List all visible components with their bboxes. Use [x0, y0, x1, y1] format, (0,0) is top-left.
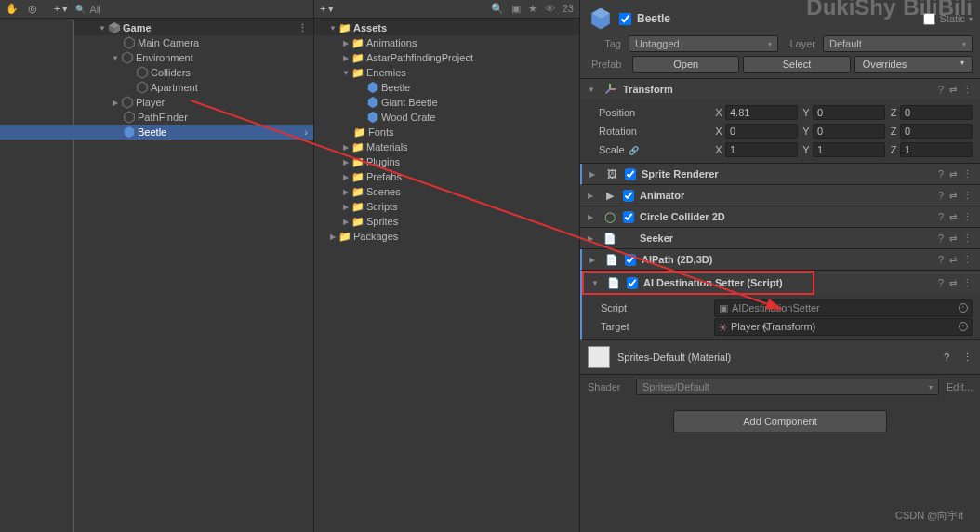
component-menu-icon[interactable]: ⋮: [962, 233, 973, 245]
assets-folder[interactable]: ▼ 📁 Assets: [314, 20, 579, 35]
help-icon[interactable]: ?: [938, 168, 944, 180]
component-enable-checkbox[interactable]: [625, 168, 636, 180]
project-create-button[interactable]: + ▾: [320, 3, 334, 15]
material-section[interactable]: Sprites-Default (Material) ? ⋮: [580, 340, 980, 375]
search-icon[interactable]: 🔍: [491, 3, 504, 15]
object-picker-icon[interactable]: [959, 303, 968, 313]
component-enable-checkbox[interactable]: [625, 254, 636, 266]
hierarchy-item-environment[interactable]: ▼ Environment: [74, 50, 313, 65]
scene-menu-icon[interactable]: ⋮: [298, 22, 308, 34]
component-menu-icon[interactable]: ⋮: [962, 84, 973, 96]
help-icon[interactable]: ?: [944, 352, 949, 363]
help-icon[interactable]: ?: [938, 277, 944, 288]
chevron-right-icon[interactable]: ▶: [588, 192, 597, 200]
folder-scenes[interactable]: ▶📁Scenes: [314, 184, 579, 199]
packages-folder[interactable]: ▶ 📁 Packages: [314, 229, 579, 244]
folder-label: Materials: [366, 141, 408, 153]
rotation-z-input[interactable]: 0: [900, 124, 973, 139]
link-icon[interactable]: 🔗: [629, 146, 639, 155]
help-icon[interactable]: ?: [938, 190, 944, 201]
preset-icon[interactable]: ⇄: [949, 212, 957, 222]
target-icon[interactable]: ◎: [28, 3, 37, 15]
favorite-icon[interactable]: ★: [528, 3, 537, 15]
add-component-button[interactable]: Add Component: [673, 410, 887, 432]
scale-y-input[interactable]: 1: [813, 142, 885, 157]
hierarchy-item-apartment[interactable]: Apartment: [74, 80, 313, 95]
prefab-select-button[interactable]: Select: [743, 56, 850, 73]
position-y-input[interactable]: 0: [813, 105, 885, 120]
component-menu-icon[interactable]: ⋮: [962, 211, 973, 223]
preset-icon[interactable]: ⇄: [949, 85, 957, 95]
help-icon[interactable]: ?: [938, 211, 944, 222]
folder-animations[interactable]: ▶ 📁 Animations: [314, 35, 579, 50]
preset-icon[interactable]: ⇄: [949, 233, 957, 244]
aidest-header-highlight[interactable]: ▼📄AI Destination Setter (Script): [582, 271, 814, 295]
folder-plugins[interactable]: ▶📁Plugins: [314, 154, 579, 169]
tag-dropdown[interactable]: Untagged: [629, 35, 778, 52]
scene-row[interactable]: ▼ Game ⋮: [74, 20, 313, 35]
folder-astar[interactable]: ▶ 📁 AstarPathfindingProject: [314, 50, 579, 65]
position-z-input[interactable]: 0: [900, 105, 973, 120]
preset-icon[interactable]: ⇄: [949, 278, 957, 288]
animator-icon: ▶: [603, 188, 617, 203]
preset-icon[interactable]: ⇄: [949, 169, 957, 180]
component-enable-checkbox[interactable]: [623, 190, 634, 202]
folder-materials[interactable]: ▶📁Materials: [314, 140, 579, 154]
rotation-y-input[interactable]: 0: [813, 124, 885, 139]
preset-icon[interactable]: ⇄: [949, 191, 957, 201]
help-icon[interactable]: ?: [938, 254, 944, 265]
help-icon[interactable]: ?: [938, 84, 944, 95]
folder-enemies[interactable]: ▼ 📁 Enemies: [314, 65, 579, 80]
hand-tool-icon[interactable]: ✋: [6, 3, 19, 15]
chevron-down-icon[interactable]: ▼: [591, 279, 601, 287]
folder-scripts[interactable]: ▶📁Scripts: [314, 199, 579, 214]
rotation-x-input[interactable]: 0: [725, 124, 798, 139]
prefab-overrides-button[interactable]: Overrides▾: [854, 56, 973, 73]
hierarchy-item-beetle[interactable]: Beetle ›: [0, 125, 313, 140]
folder-prefabs[interactable]: ▶📁Prefabs: [314, 169, 579, 184]
hierarchy-item-camera[interactable]: Main Camera: [74, 35, 313, 50]
prefab-open-button[interactable]: Open: [632, 56, 739, 73]
open-prefab-icon[interactable]: ›: [304, 126, 308, 138]
chevron-right-icon: ▶: [340, 203, 351, 211]
hierarchy-search[interactable]: All: [75, 4, 308, 15]
component-menu-icon[interactable]: ⋮: [962, 190, 973, 202]
object-picker-icon[interactable]: [959, 322, 968, 331]
material-menu-icon[interactable]: ⋮: [962, 352, 973, 364]
hidden-icon[interactable]: 👁: [545, 3, 555, 15]
hierarchy-item-pathfinder[interactable]: PathFinder: [74, 110, 313, 125]
tag-label: Tag: [588, 38, 625, 49]
hierarchy-item-player[interactable]: ▶ Player: [74, 95, 313, 110]
shader-dropdown[interactable]: Sprites/Default: [636, 379, 939, 395]
gameobject-active-checkbox[interactable]: [619, 13, 631, 25]
position-x-input[interactable]: 4.81: [725, 105, 798, 120]
chevron-right-icon[interactable]: ▶: [588, 234, 597, 243]
static-checkbox[interactable]: [923, 13, 935, 25]
layer-dropdown[interactable]: Default: [823, 35, 973, 52]
scale-z-input[interactable]: 1: [900, 142, 973, 157]
chevron-right-icon[interactable]: ▶: [588, 213, 597, 221]
shader-edit-button[interactable]: Edit...: [947, 381, 973, 392]
script-field[interactable]: ▣ AIDestinationSetter: [714, 299, 973, 317]
chevron-right-icon[interactable]: ▶: [589, 256, 599, 264]
help-icon[interactable]: ?: [938, 233, 944, 244]
component-menu-icon[interactable]: ⋮: [962, 168, 973, 180]
chevron-down-icon[interactable]: ▼: [588, 86, 597, 94]
prefab-giant-beetle[interactable]: Giant Beetle: [314, 95, 579, 110]
folder-fonts[interactable]: 📁Fonts: [314, 125, 579, 140]
target-field[interactable]: ⚹ Player (Transform) ↖: [714, 318, 973, 336]
create-button[interactable]: + ▾: [50, 3, 72, 15]
prefab-wood-crate[interactable]: Wood Crate: [314, 110, 579, 125]
component-menu-icon[interactable]: ⋮: [962, 254, 973, 266]
component-menu-icon[interactable]: ⋮: [962, 277, 973, 289]
filter-icon[interactable]: ▣: [511, 3, 521, 15]
folder-sprites[interactable]: ▶📁Sprites: [314, 214, 579, 229]
gameobject-name[interactable]: Beetle: [637, 12, 670, 25]
prefab-beetle[interactable]: Beetle: [314, 80, 579, 95]
scale-x-input[interactable]: 1: [725, 142, 798, 157]
component-enable-checkbox[interactable]: [623, 211, 634, 223]
component-enable-checkbox[interactable]: [627, 277, 638, 289]
preset-icon[interactable]: ⇄: [949, 255, 957, 265]
chevron-right-icon[interactable]: ▶: [589, 170, 599, 179]
hierarchy-item-colliders[interactable]: Colliders: [74, 65, 313, 80]
